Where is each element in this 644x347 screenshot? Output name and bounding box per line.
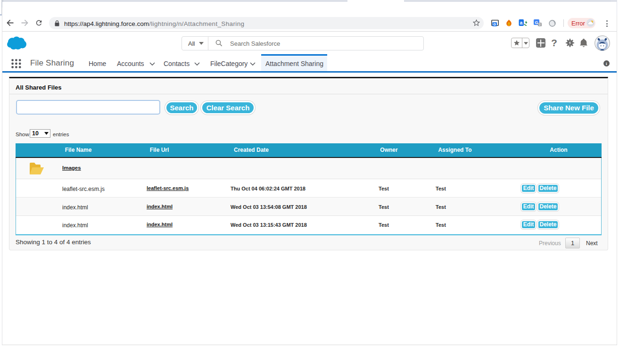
svg-text:a: a bbox=[520, 20, 523, 25]
svg-text:G: G bbox=[535, 20, 538, 25]
svg-text:文: 文 bbox=[538, 23, 542, 26]
